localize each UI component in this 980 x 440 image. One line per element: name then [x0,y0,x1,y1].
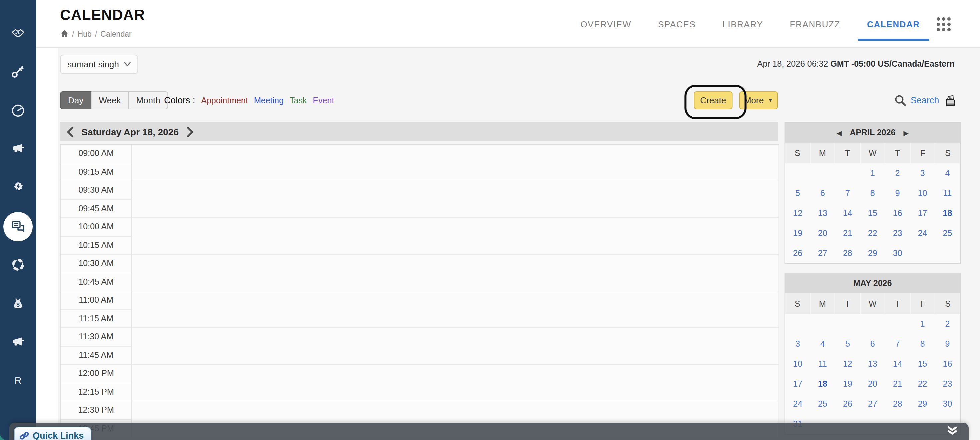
day-cell[interactable]: 26 [785,243,810,263]
time-slot[interactable] [132,310,778,328]
day-cell[interactable]: 29 [860,243,885,263]
view-button-week[interactable]: Week [91,91,129,109]
day-cell[interactable]: 17 [910,203,935,223]
time-slot[interactable] [132,236,778,255]
quick-links-button[interactable]: Quick Links [14,427,91,440]
tab-calendar[interactable]: CALENDAR [867,19,920,29]
next-day-icon[interactable] [187,126,194,137]
day-cell[interactable]: 30 [885,243,910,263]
time-slot[interactable] [132,291,778,310]
time-slot[interactable] [132,163,778,181]
lifebuoy-icon[interactable] [10,257,26,273]
day-cell[interactable]: 16 [885,203,910,223]
time-slot[interactable] [132,181,778,200]
day-cell[interactable]: 26 [835,394,860,414]
day-cell[interactable]: 7 [835,183,860,203]
view-button-month[interactable]: Month [129,91,168,109]
day-cell[interactable]: 15 [860,203,885,223]
day-cell[interactable]: 6 [810,183,835,203]
day-cell[interactable]: 9 [885,183,910,203]
day-cell[interactable]: 21 [885,374,910,394]
day-cell[interactable]: 23 [885,223,910,243]
day-cell[interactable]: 22 [860,223,885,243]
day-cell[interactable]: 5 [835,334,860,354]
time-slot[interactable] [132,401,778,420]
print-icon[interactable] [944,95,957,106]
next-month-icon[interactable]: ▶ [904,129,908,136]
day-cell[interactable]: 7 [885,334,910,354]
day-cell[interactable]: 18 [810,374,835,394]
prev-day-icon[interactable] [67,126,73,137]
prev-month-icon[interactable]: ◀ [837,129,842,136]
day-cell[interactable]: 13 [810,203,835,223]
day-cell[interactable]: 18 [935,203,960,223]
day-cell[interactable]: 11 [935,183,960,203]
day-cell[interactable]: 28 [885,394,910,414]
tab-overview[interactable]: OVERVIEW [581,19,631,29]
view-button-day[interactable]: Day [60,91,91,109]
day-cell[interactable]: 12 [785,203,810,223]
day-cell[interactable]: 8 [860,183,885,203]
breadcrumb-item[interactable]: Calendar [100,30,131,38]
money-bag-icon[interactable]: $ [10,296,26,312]
day-cell[interactable]: 20 [810,223,835,243]
day-cell[interactable]: 4 [810,334,835,354]
day-cell[interactable]: 15 [910,354,935,374]
day-cell[interactable]: 20 [860,374,885,394]
day-cell[interactable]: 6 [860,334,885,354]
day-cell[interactable]: 23 [935,374,960,394]
day-cell[interactable]: 21 [835,223,860,243]
day-cell[interactable]: 4 [935,163,960,183]
day-cell[interactable]: 3 [785,334,810,354]
tab-franbuzz[interactable]: FRANBUZZ [790,19,840,29]
search-control[interactable]: Search [894,94,939,106]
collapse-bar-icon[interactable] [947,426,958,438]
handshake-icon[interactable] [10,25,26,41]
r-badge[interactable]: R [14,375,22,386]
day-cell[interactable]: 28 [835,243,860,263]
day-cell[interactable]: 14 [885,354,910,374]
day-cell[interactable]: 5 [785,183,810,203]
day-cell[interactable]: 2 [935,314,960,334]
day-cell[interactable]: 12 [835,354,860,374]
day-cell[interactable]: 10 [785,354,810,374]
day-cell[interactable]: 1 [910,314,935,334]
time-slot[interactable] [132,346,778,365]
day-cell[interactable]: 29 [910,394,935,414]
breadcrumb-item[interactable]: Hub [77,30,91,38]
time-slot[interactable] [132,383,778,401]
home-icon[interactable] [60,29,69,38]
time-slot[interactable] [132,200,778,218]
day-cell[interactable]: 2 [885,163,910,183]
announcement-icon[interactable] [10,334,26,350]
time-slot[interactable] [132,328,778,346]
day-cell[interactable]: 25 [810,394,835,414]
day-cell[interactable]: 24 [785,394,810,414]
day-cell[interactable]: 16 [935,354,960,374]
day-cell[interactable]: 22 [910,374,935,394]
time-slot[interactable] [132,273,778,291]
tab-library[interactable]: LIBRARY [722,19,763,29]
chat-icon[interactable] [3,212,33,241]
day-cell[interactable]: 13 [860,354,885,374]
day-cell[interactable]: 8 [910,334,935,354]
time-slot[interactable] [132,145,778,163]
day-cell[interactable]: 24 [910,223,935,243]
day-cell[interactable]: 25 [935,223,960,243]
day-cell[interactable]: 9 [935,334,960,354]
more-button[interactable]: More ▼ [739,91,778,109]
gear-bolt-icon[interactable] [10,179,26,195]
create-button[interactable]: Create [694,91,732,109]
day-cell[interactable]: 30 [935,394,960,414]
day-cell[interactable]: 1 [860,163,885,183]
day-cell[interactable]: 14 [835,203,860,223]
day-cell[interactable]: 17 [785,374,810,394]
day-cell[interactable]: 27 [810,243,835,263]
apps-grid-icon[interactable] [937,17,951,31]
time-slot[interactable] [132,255,778,273]
time-slot[interactable] [132,218,778,236]
time-slot[interactable] [132,365,778,383]
key-icon[interactable] [10,64,26,80]
day-cell[interactable]: 19 [835,374,860,394]
user-select[interactable]: sumant singh [60,55,138,74]
